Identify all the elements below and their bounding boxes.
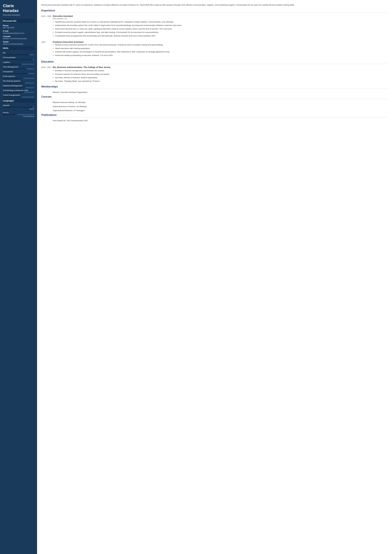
skill-bar-fill — [3, 73, 28, 74]
language-bar-fill — [3, 114, 17, 115]
courses-section-title: Courses — [41, 95, 388, 99]
personal-info-phone: Phone 862-208-2592 — [3, 25, 34, 29]
skill-bar-fill — [3, 64, 22, 65]
language-bar — [3, 107, 34, 108]
bullet-item: Assisted with project logistics and deve… — [55, 50, 388, 53]
language-name: French — [3, 111, 34, 114]
entry-indent — [41, 91, 53, 94]
skill-item: Email Systems — [3, 75, 34, 79]
education-entry: 2010 - 2013 BA, Business Administration,… — [41, 66, 388, 83]
bullet-item: Excelled in financial management and bus… — [55, 69, 388, 72]
exp-company: ISN Lipmann, Inc. — [53, 18, 388, 20]
skill-name: Database Management — [3, 85, 34, 87]
skill-name: Coordinating Conference Calls — [3, 89, 34, 91]
skill-bar-fill — [3, 92, 24, 93]
skill-name: Travel Arrangements — [3, 94, 34, 96]
course-entry: Effective Business Writing, UC Berkeley — [41, 101, 388, 104]
bullet-item: Pursued a passion for business ethics an… — [55, 73, 388, 76]
skill-bar-fill — [3, 68, 26, 69]
skill-item: Travel Arrangements — [3, 94, 34, 97]
skill-bar — [3, 83, 34, 83]
exp-date: 2013 — [41, 41, 53, 57]
sidebar: Clarie Haradas Executive Assistant Perso… — [0, 0, 37, 554]
entry-indent — [41, 105, 53, 108]
skill-bar — [3, 92, 34, 93]
skill-name: EQ — [3, 52, 34, 54]
entry-indent — [41, 119, 53, 122]
edu-date: 2010 - 2013 — [41, 66, 53, 83]
bullet-item: Coordinated travel arrangements both dom… — [55, 35, 388, 37]
personal-info-twitter: Twitter twitter.com/clarieharadas — [3, 41, 34, 45]
edu-details: BA, Business Administration, The College… — [53, 66, 388, 83]
skills-section-title: Skills — [3, 46, 34, 50]
exp-date: 2013 - 2018 — [41, 15, 53, 38]
personal-info-section-title: Personal Info — [3, 19, 34, 23]
skill-item: Logistics — [3, 61, 34, 65]
exp-bullets: Worked as temp executive assistant for 4… — [53, 43, 388, 57]
course-entry: Global Business in Practice, UC Berkeley — [41, 105, 388, 108]
skills-list: EQ Communication Logistics Time Manageme… — [3, 52, 34, 97]
bullet-item: Aided executives with meeting preparatio… — [55, 47, 388, 50]
main-content: Resourceful Executive Assistant with 5+ … — [37, 0, 392, 554]
bullet-item: Performed weekly proofreading of executi… — [55, 54, 388, 57]
experience-entry: 2013 - 2018 Executive Assistant ISN Lipm… — [41, 15, 388, 38]
candidate-name: Clarie Haradas — [3, 3, 34, 13]
membership-entry: Member, Executive Assistant Organization — [41, 91, 388, 94]
skill-bar-fill — [3, 54, 29, 55]
exp-details: Executive Assistant ISN Lipmann, Inc. Ha… — [53, 15, 388, 38]
publication-text: How Details Kill, The Counterintuitive C… — [53, 119, 388, 122]
publications-entries: How Details Kill, The Counterintuitive C… — [41, 119, 388, 122]
exp-bullets: Handled top executive assistant duties f… — [53, 21, 388, 37]
education-entries: 2010 - 2013 BA, Business Administration,… — [41, 66, 388, 83]
language-item: French Conversational — [3, 111, 34, 117]
entry-indent — [41, 109, 53, 112]
skill-name: Communication — [3, 56, 34, 59]
skill-bar — [3, 59, 34, 60]
exp-details: Freelance Executive Assistant Worked as … — [53, 41, 388, 57]
skill-bar-fill — [3, 59, 33, 60]
skill-bar — [3, 64, 34, 65]
skill-bar-fill — [3, 83, 25, 83]
skill-bar — [3, 68, 34, 69]
skill-name: File-Sharing Systems — [3, 80, 34, 82]
skill-name: Email Systems — [3, 75, 34, 77]
experience-entry: 2013 Freelance Executive Assistant Worke… — [41, 41, 388, 57]
personal-info-fields: Phone 862-208-2592 E-mail clarieharadas@… — [3, 25, 34, 45]
skill-bar — [3, 73, 34, 74]
language-bar — [3, 114, 34, 115]
language-level: Fluent — [3, 108, 34, 110]
memberships-entries: Member, Executive Assistant Organization — [41, 91, 388, 94]
education-section-title: Education — [41, 60, 388, 64]
course-entry: Organizational Behavior, IIT Kharagpur — [41, 109, 388, 112]
courses-entries: Effective Business Writing, UC Berkeley … — [41, 101, 388, 112]
skill-item: Communication — [3, 56, 34, 60]
skill-bar — [3, 54, 34, 55]
skill-bar-fill — [3, 87, 25, 88]
membership-text: Member, Executive Assistant Organization — [53, 91, 388, 94]
candidate-title: Executive Assistant — [3, 14, 34, 16]
bullet-item: My article, "Reading Minds" was reprinte… — [55, 80, 388, 83]
skill-item: Database Management — [3, 85, 34, 88]
languages-section-title: Languages — [3, 99, 34, 103]
language-item: Spanish Fluent — [3, 104, 34, 110]
course-text: Global Business in Practice, UC Berkeley — [53, 105, 388, 108]
personal-info-email: E-mail clarieharadas@gmail.com — [3, 30, 34, 34]
skill-bar-fill — [3, 97, 22, 97]
skill-bar — [3, 87, 34, 88]
experience-section-title: Experience — [41, 9, 388, 13]
bullet-item: Handled top executive assistant duties f… — [55, 21, 388, 23]
skill-bar — [3, 97, 34, 97]
edu-bullets: Excelled in financial management and bus… — [53, 69, 388, 83]
bullet-item: Implemented call-recording system that c… — [55, 24, 388, 27]
skill-name: Logistics — [3, 61, 34, 63]
summary: Resourceful Executive Assistant with 5+ … — [41, 3, 388, 7]
bullet-item: Worked as temp executive assistant for 4… — [55, 43, 388, 46]
skill-item: Time Management — [3, 66, 34, 69]
publications-section-title: Publications — [41, 114, 388, 117]
experience-entries: 2013 - 2018 Executive Assistant ISN Lipm… — [41, 15, 388, 58]
course-text: Effective Business Writing, UC Berkeley — [53, 101, 388, 104]
bullet-item: Secretary, Women in Business student org… — [55, 76, 388, 79]
skill-item: EQ — [3, 52, 34, 55]
language-bar-fill — [3, 107, 33, 108]
language-name: Spanish — [3, 104, 34, 106]
